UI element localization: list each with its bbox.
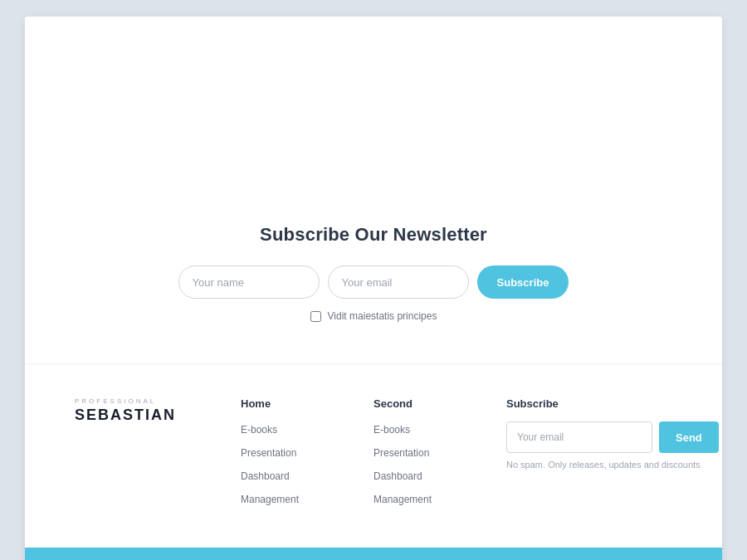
list-item: Management: [374, 491, 473, 506]
footer-send-button[interactable]: Send: [659, 421, 719, 453]
footer-subscribe-title: Subscribe: [506, 397, 719, 410]
bottom-bar: © 2021 sebastian. All rights reserved.: [25, 548, 722, 560]
home-ebooks-link[interactable]: E-books: [241, 424, 277, 436]
footer-brand: PROFESSIONAL SEBASTIAN: [75, 397, 208, 424]
list-item: Presentation: [374, 445, 473, 460]
second-dashboard-link[interactable]: Dashboard: [374, 470, 422, 482]
list-item: Dashboard: [374, 468, 473, 483]
footer-email-input[interactable]: [506, 421, 652, 453]
checkbox-label: Vidit maiestatis principes: [328, 310, 437, 322]
footer-no-spam: No spam. Only releases, updates and disc…: [506, 460, 719, 470]
footer-section: PROFESSIONAL SEBASTIAN Home E-books Pres…: [25, 363, 722, 548]
agree-checkbox[interactable]: [310, 311, 321, 322]
home-management-link[interactable]: Management: [241, 494, 299, 505]
newsletter-section: Subscribe Our Newsletter Subscribe Vidit…: [25, 199, 722, 363]
newsletter-title: Subscribe Our Newsletter: [42, 224, 706, 246]
footer-col-second-list: E-books Presentation Dashboard Managemen…: [374, 421, 473, 506]
home-dashboard-link[interactable]: Dashboard: [241, 470, 290, 482]
footer-col-second-title: Second: [374, 397, 473, 410]
subscribe-button[interactable]: Subscribe: [477, 265, 569, 299]
footer-subscribe-row: Send: [506, 421, 719, 453]
second-presentation-link[interactable]: Presentation: [374, 447, 429, 459]
footer-col-home-list: E-books Presentation Dashboard Managemen…: [241, 421, 340, 506]
footer-col-second: Second E-books Presentation Dashboard Ma…: [374, 397, 473, 514]
page-wrapper: Subscribe Our Newsletter Subscribe Vidit…: [25, 17, 722, 560]
footer-subscribe-col: Subscribe Send No spam. Only releases, u…: [506, 397, 719, 470]
list-item: Presentation: [241, 445, 340, 460]
home-presentation-link[interactable]: Presentation: [241, 447, 296, 459]
second-ebooks-link[interactable]: E-books: [374, 424, 410, 436]
brand-name: SEBASTIAN: [75, 407, 176, 423]
list-item: Dashboard: [241, 468, 340, 483]
footer-col-home: Home E-books Presentation Dashboard Mana…: [241, 397, 340, 514]
email-input[interactable]: [328, 265, 469, 299]
name-input[interactable]: [178, 265, 320, 299]
second-management-link[interactable]: Management: [374, 494, 432, 505]
list-item: E-books: [241, 421, 340, 436]
newsletter-form: Subscribe: [42, 265, 706, 299]
footer-col-home-title: Home: [241, 397, 340, 410]
hero-section: [25, 17, 722, 199]
brand-label: PROFESSIONAL: [75, 397, 208, 405]
list-item: Management: [241, 491, 340, 506]
list-item: E-books: [374, 421, 473, 436]
checkbox-row: Vidit maiestatis principes: [42, 310, 706, 322]
